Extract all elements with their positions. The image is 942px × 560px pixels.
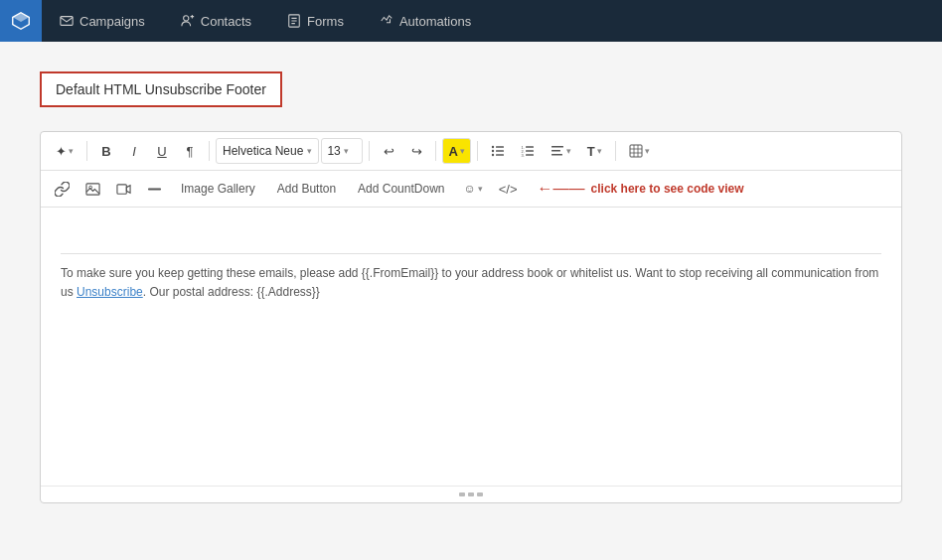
svg-rect-16 (551, 150, 560, 152)
editor-divider (61, 253, 881, 254)
svg-point-5 (492, 154, 494, 156)
toolbar-row1: ✦ ▾ B I U ¶ Helvetica Neue ▾ (41, 132, 901, 171)
italic-button[interactable]: I (121, 138, 147, 164)
font-size-select[interactable]: 13 ▾ (321, 138, 363, 164)
underline-button[interactable]: U (149, 138, 175, 164)
divider-icon (147, 182, 162, 197)
add-button-btn[interactable]: Add Button (268, 176, 345, 202)
toolbar-row2: Image Gallery Add Button Add CountDown ☺… (41, 171, 901, 208)
nav-automations[interactable]: Automations (362, 0, 489, 42)
nav-forms[interactable]: Forms (269, 0, 362, 42)
video-button[interactable] (110, 176, 137, 202)
image-gallery-button[interactable]: Image Gallery (172, 176, 264, 202)
logo[interactable] (0, 0, 42, 42)
separator3 (369, 141, 370, 161)
top-navigation: Campaigns Contacts Forms Automations (0, 0, 942, 42)
svg-rect-18 (630, 145, 642, 157)
unordered-list-button[interactable] (484, 138, 512, 164)
text-style-button[interactable]: T ▾ (580, 138, 609, 164)
svg-rect-17 (551, 154, 562, 156)
undo-button[interactable]: ↩ (376, 138, 401, 164)
svg-rect-0 (61, 17, 73, 26)
scroll-dot-2 (468, 492, 474, 496)
svg-rect-22 (148, 188, 161, 190)
table-icon (629, 144, 643, 158)
magic-wand-button[interactable]: ✦ ▾ (49, 138, 80, 164)
separator6 (615, 141, 616, 161)
automations-icon (380, 14, 393, 28)
nav-campaigns[interactable]: Campaigns (42, 0, 163, 42)
mail-icon (60, 14, 74, 28)
link-icon (55, 182, 70, 197)
scroll-dots (459, 492, 483, 496)
scroll-dot-1 (459, 492, 465, 496)
svg-rect-12 (526, 146, 534, 148)
footer-paragraph: To make sure you keep getting these emai… (61, 264, 881, 302)
image-button[interactable] (79, 176, 106, 202)
video-icon (116, 182, 131, 197)
separator5 (477, 141, 478, 161)
separator2 (209, 141, 210, 161)
svg-point-1 (183, 16, 188, 21)
editor-body[interactable]: To make sure you keep getting these emai… (41, 208, 901, 486)
table-arrow: ▾ (645, 146, 650, 156)
page-title-box: Default HTML Unsubscribe Footer (40, 71, 282, 107)
editor-container: ✦ ▾ B I U ¶ Helvetica Neue ▾ (40, 131, 902, 503)
add-countdown-button[interactable]: Add CountDown (349, 176, 453, 202)
divider-button[interactable] (141, 176, 168, 202)
nav-contacts[interactable]: Contacts (163, 0, 269, 42)
forms-icon (287, 14, 301, 28)
svg-rect-7 (496, 150, 504, 152)
svg-rect-8 (496, 154, 504, 156)
page-title: Default HTML Unsubscribe Footer (56, 81, 266, 97)
text-style-arrow: ▾ (597, 146, 602, 156)
svg-rect-19 (86, 183, 99, 194)
font-size-arrow: ▾ (344, 146, 349, 156)
svg-text:3.: 3. (521, 153, 524, 158)
align-icon (550, 144, 564, 158)
nav-items: Campaigns Contacts Forms Automations (42, 0, 489, 42)
unordered-list-icon (491, 144, 505, 158)
svg-rect-21 (117, 184, 126, 193)
separator1 (86, 141, 87, 161)
highlight-arrow: ▾ (460, 146, 465, 156)
svg-rect-14 (526, 154, 534, 156)
scroll-indicator (41, 486, 901, 502)
contacts-icon (181, 14, 195, 28)
page-content: Default HTML Unsubscribe Footer ✦ ▾ B I … (0, 42, 942, 533)
format-button[interactable]: ¶ (177, 138, 203, 164)
separator4 (435, 141, 436, 161)
logo-icon (10, 10, 32, 32)
font-family-arrow: ▾ (307, 146, 312, 156)
highlight-button[interactable]: A ▾ (442, 138, 470, 164)
svg-rect-6 (496, 146, 504, 148)
code-view-button[interactable]: </> (493, 176, 524, 202)
scroll-dot-3 (477, 492, 483, 496)
annotation-label: click here to see code view (591, 182, 744, 196)
svg-rect-15 (551, 146, 563, 148)
redo-button[interactable]: ↪ (403, 138, 429, 164)
ordered-list-button[interactable]: 1.2.3. (514, 138, 542, 164)
arrow-icon: ←—— (538, 180, 585, 198)
bold-button[interactable]: B (93, 138, 119, 164)
svg-point-4 (492, 150, 494, 152)
svg-point-3 (492, 146, 494, 148)
emoji-arrow: ▾ (478, 184, 483, 194)
unsubscribe-link[interactable]: Unsubscribe (77, 285, 143, 299)
ordered-list-icon: 1.2.3. (521, 144, 535, 158)
code-view-annotation: ←—— click here to see code view (538, 180, 744, 198)
image-icon (85, 182, 100, 197)
magic-wand-arrow: ▾ (69, 146, 74, 156)
font-family-select[interactable]: Helvetica Neue ▾ (216, 138, 319, 164)
svg-rect-13 (526, 150, 534, 152)
emoji-button[interactable]: ☺ ▾ (457, 176, 488, 202)
align-arrow: ▾ (566, 146, 571, 156)
table-button[interactable]: ▾ (622, 138, 657, 164)
link-button[interactable] (49, 176, 76, 202)
align-button[interactable]: ▾ (544, 138, 578, 164)
